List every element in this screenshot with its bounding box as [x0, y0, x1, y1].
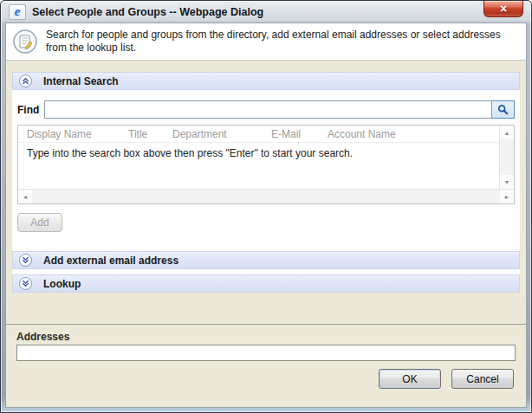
section-label: Lookup — [43, 278, 81, 290]
expand-chevron-icon[interactable] — [19, 277, 32, 290]
section-label: Internal Search — [43, 75, 119, 87]
scroll-down-icon[interactable]: ▼ — [500, 175, 514, 189]
collapse-chevron-icon[interactable] — [19, 74, 32, 87]
expand-chevron-icon[interactable] — [19, 254, 32, 267]
column-header-email[interactable]: E-Mail — [271, 128, 328, 140]
dialog-window: e Select People and Groups -- Webpage Di… — [0, 0, 532, 413]
ok-button[interactable]: OK — [379, 369, 441, 389]
find-input[interactable] — [44, 100, 492, 119]
column-header-account-name[interactable]: Account Name — [328, 128, 499, 140]
scroll-left-icon[interactable]: ◄ — [18, 190, 32, 203]
title-bar[interactable]: e Select People and Groups -- Webpage Di… — [1, 1, 531, 23]
scroll-right-icon[interactable]: ► — [500, 190, 514, 203]
people-directory-icon — [12, 29, 38, 55]
sections-panel: Internal Search Find Display Name — [12, 72, 520, 293]
magnifier-icon — [497, 104, 509, 115]
section-lookup[interactable]: Lookup — [12, 274, 520, 293]
dialog-description: Search for people and groups from the di… — [46, 29, 517, 55]
find-label: Find — [17, 104, 39, 116]
internal-search-content: Find Display Name Title Department — [12, 90, 520, 251]
addresses-area: Addresses OK Cancel — [6, 324, 526, 407]
empty-results-message: Type into the search box above then pres… — [18, 143, 514, 159]
scroll-up-icon[interactable]: ▲ — [500, 126, 514, 139]
horizontal-scrollbar[interactable]: ◄ ► — [18, 189, 514, 203]
column-header-department[interactable]: Department — [172, 128, 271, 140]
close-icon: × — [500, 3, 507, 15]
footer-buttons: OK Cancel — [379, 369, 514, 389]
close-button[interactable]: × — [483, 1, 523, 17]
find-row: Find — [17, 100, 515, 119]
column-header-title[interactable]: Title — [128, 128, 172, 140]
section-add-external-email[interactable]: Add external email address — [12, 251, 520, 269]
section-label: Add external email address — [43, 255, 178, 267]
search-results-table: Display Name Title Department E-Mail Acc… — [17, 125, 515, 204]
description-band: Search for people and groups from the di… — [6, 23, 526, 61]
window-title: Select People and Groups -- Webpage Dial… — [32, 6, 263, 18]
section-internal-search[interactable]: Internal Search — [12, 72, 520, 90]
cancel-button[interactable]: Cancel — [451, 369, 514, 389]
results-header-row: Display Name Title Department E-Mail Acc… — [18, 126, 514, 143]
addresses-input[interactable] — [16, 345, 516, 361]
search-button[interactable] — [492, 100, 515, 119]
addresses-label: Addresses — [16, 331, 69, 343]
add-button[interactable]: Add — [17, 213, 62, 232]
column-header-display-name[interactable]: Display Name — [18, 128, 128, 140]
dialog-client-area: Search for people and groups from the di… — [5, 23, 527, 408]
internet-explorer-icon: e — [9, 4, 26, 20]
vertical-scrollbar[interactable]: ▲ ▼ — [499, 126, 514, 189]
